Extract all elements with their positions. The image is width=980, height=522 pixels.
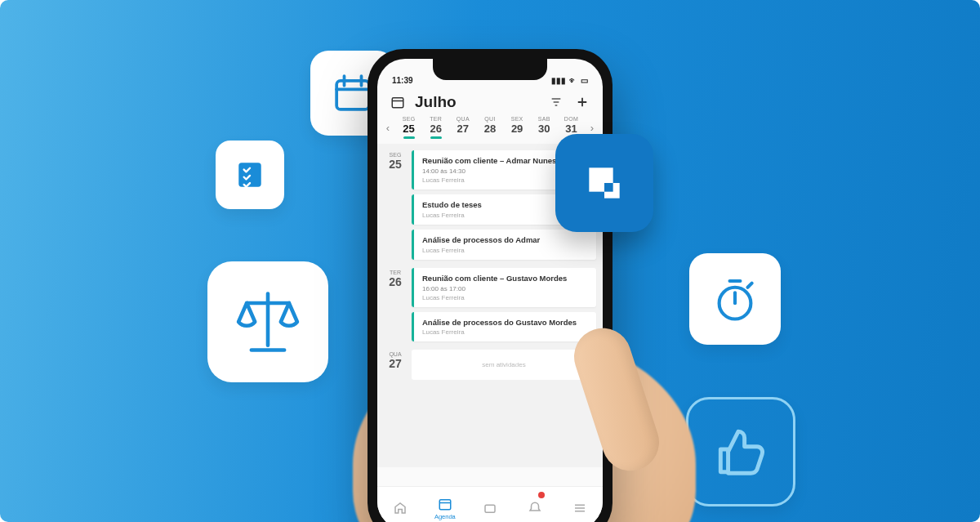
phone-notch — [433, 59, 547, 80]
weekday-number: 25 — [395, 123, 422, 135]
weekday-indicator — [484, 136, 496, 139]
date-column: QUA 27 — [384, 350, 407, 380]
date-dow: SEG — [384, 152, 407, 158]
card-title: Reunião com cliente – Gustavo Mordes — [422, 274, 588, 283]
weekday-number: 30 — [531, 123, 558, 135]
day-group-26: TER 26 Reunião com cliente – Gustavo Mor… — [377, 261, 603, 344]
tab-menu[interactable] — [558, 487, 603, 522]
tile-timer — [689, 253, 781, 345]
thumbs-up-icon — [710, 422, 771, 482]
weekday-indicator — [538, 136, 550, 139]
weekday-27[interactable]: QUA 27 — [449, 116, 476, 139]
cases-icon — [483, 501, 497, 515]
brand-logo-icon — [578, 157, 630, 209]
agenda-icon — [438, 497, 452, 511]
add-button[interactable] — [573, 93, 591, 111]
card-title: Análise de processos do Gustavo Mordes — [422, 318, 588, 328]
weekday-number: 27 — [449, 123, 476, 135]
weekday-28[interactable]: QUI 28 — [476, 116, 503, 139]
weekday-number: 26 — [422, 123, 449, 135]
brand-app-icon — [555, 134, 653, 232]
weekday-number: 31 — [558, 123, 585, 135]
empty-day: sem atividades — [412, 350, 596, 380]
checklist-icon — [232, 157, 268, 193]
home-icon — [393, 501, 408, 515]
weekday-label: SEX — [504, 116, 531, 122]
agenda-card[interactable]: Análise de processos do Gustavo Mordes L… — [412, 312, 596, 342]
weekday-label: TER — [422, 116, 449, 122]
battery-icon: ▭ — [581, 76, 588, 85]
weekday-26[interactable]: TER 26 — [422, 116, 449, 139]
day-group-27: QUA 27 sem atividades — [377, 343, 603, 381]
svg-rect-4 — [439, 499, 451, 509]
card-owner: Lucas Ferreira — [422, 328, 588, 336]
month-title: Julho — [415, 93, 539, 111]
weekday-label: DOM — [558, 116, 585, 122]
card-owner: Lucas Ferreira — [422, 247, 588, 254]
card-time: 16:00 às 17:00 — [422, 285, 588, 292]
stopwatch-icon — [710, 274, 760, 324]
app-header: Julho — [377, 87, 603, 114]
date-column: TER 26 — [384, 268, 407, 342]
weekday-indicator — [403, 136, 415, 139]
phone-frame: 11:39 ▮▮▮ ᯤ ▭ Julho — [368, 49, 612, 522]
weekday-30[interactable]: SAB 30 — [531, 116, 558, 139]
agenda-card[interactable]: Análise de processos do Admar Lucas Ferr… — [412, 230, 596, 260]
notification-badge — [538, 492, 545, 498]
wifi-icon: ᯤ — [569, 76, 577, 85]
cards-column: sem atividades — [412, 350, 596, 380]
calendar-toggle-icon[interactable] — [389, 93, 407, 111]
weekday-number: 28 — [476, 123, 503, 135]
weekday-25[interactable]: SEG 25 — [395, 116, 422, 139]
weekday-indicator — [457, 136, 469, 139]
status-right: ▮▮▮ ᯤ ▭ — [551, 76, 588, 85]
phone-screen: 11:39 ▮▮▮ ᯤ ▭ Julho — [377, 59, 603, 522]
tile-checklist — [216, 141, 284, 209]
tab-cases[interactable] — [467, 487, 512, 522]
date-dow: QUA — [384, 351, 407, 357]
tile-thumbsup — [686, 397, 795, 506]
svg-rect-5 — [485, 505, 495, 512]
date-dow: TER — [384, 270, 407, 275]
card-owner: Lucas Ferreira — [422, 294, 588, 301]
svg-rect-8 — [604, 183, 613, 192]
week-next[interactable]: › — [585, 122, 599, 134]
date-column: SEG 25 — [384, 150, 407, 260]
weekday-29[interactable]: SEX 29 — [504, 116, 531, 139]
card-title: Análise de processos do Admar — [422, 235, 588, 245]
alerts-icon — [528, 501, 542, 515]
agenda-card[interactable]: Reunião com cliente – Gustavo Mordes 16:… — [412, 268, 596, 307]
weekday-label: SEG — [395, 116, 422, 122]
weekday-label: QUA — [449, 116, 476, 122]
weekday-label: QUI — [476, 116, 503, 122]
filter-button[interactable] — [547, 93, 565, 111]
date-num: 26 — [384, 275, 407, 288]
tile-justice — [207, 261, 328, 382]
weekday-label: SAB — [531, 116, 558, 122]
weekday-number: 29 — [504, 123, 531, 135]
scales-icon — [230, 284, 305, 359]
menu-icon — [572, 501, 587, 515]
week-prev[interactable]: ‹ — [381, 122, 395, 134]
cards-column: Reunião com cliente – Gustavo Mordes 16:… — [412, 268, 596, 342]
date-num: 25 — [384, 158, 407, 171]
signal-icon: ▮▮▮ — [551, 76, 566, 85]
weekday-indicator — [430, 136, 442, 139]
promo-stage: 11:39 ▮▮▮ ᯤ ▭ Julho — [0, 0, 980, 522]
svg-rect-3 — [392, 98, 403, 108]
tab-home[interactable] — [377, 487, 422, 522]
svg-rect-0 — [336, 81, 369, 109]
tab-bar: Agenda — [377, 486, 603, 522]
tab-label: Agenda — [434, 513, 456, 520]
status-time: 11:39 — [392, 76, 413, 85]
weekday-indicator — [511, 136, 523, 139]
tab-alerts[interactable] — [513, 487, 558, 522]
date-num: 27 — [384, 357, 407, 370]
tab-agenda[interactable]: Agenda — [422, 487, 467, 522]
